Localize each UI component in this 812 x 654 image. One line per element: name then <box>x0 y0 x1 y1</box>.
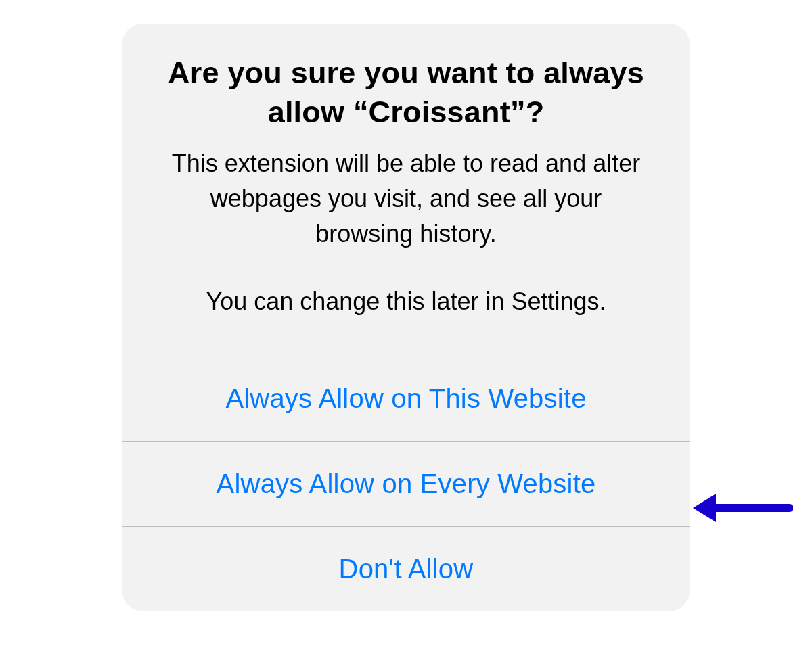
button-label: Always Allow on This Website <box>225 383 586 413</box>
button-label: Always Allow on Every Website <box>217 469 596 498</box>
alert-title: Are you sure you want to always allow “C… <box>160 53 652 131</box>
svg-marker-1 <box>693 494 716 522</box>
dont-allow-button[interactable]: Don't Allow <box>122 526 690 611</box>
button-label: Don't Allow <box>339 554 474 584</box>
alert-message-line2: You can change this later in Settings. <box>160 284 652 319</box>
alert-body: Are you sure you want to always allow “C… <box>122 24 690 356</box>
alert-message: This extension will be able to read and … <box>160 146 652 319</box>
always-allow-every-website-button[interactable]: Always Allow on Every Website <box>122 441 690 526</box>
alert-message-line1: This extension will be able to read and … <box>160 146 652 251</box>
always-allow-this-website-button[interactable]: Always Allow on This Website <box>122 356 690 441</box>
permission-alert: Are you sure you want to always allow “C… <box>122 24 690 611</box>
annotation-arrow-icon <box>692 487 793 529</box>
